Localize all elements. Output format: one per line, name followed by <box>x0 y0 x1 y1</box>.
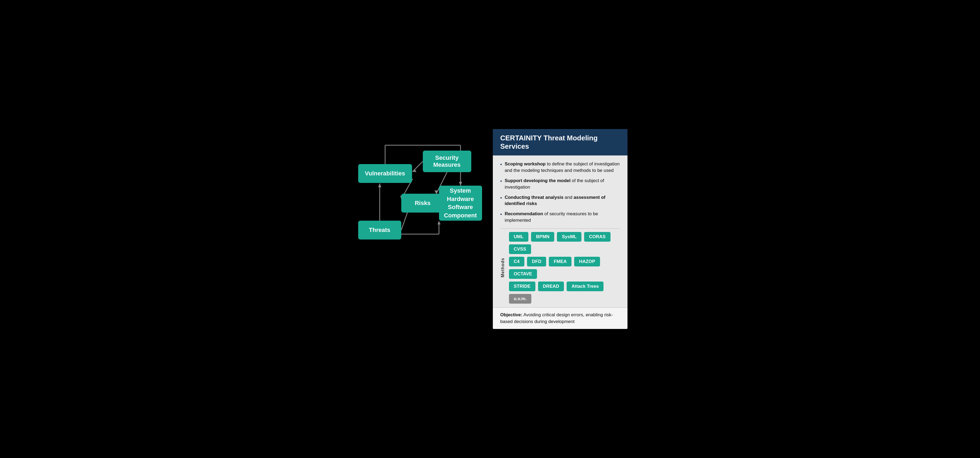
bullet-list: Scoping workshop to define the subject o… <box>500 161 620 223</box>
method-sysml: SysML <box>557 232 581 242</box>
method-uml: UML <box>509 232 529 242</box>
bullet-3: Conducting threat analysis and assessmen… <box>500 194 620 207</box>
bullet-2: Support developing the model of the subj… <box>500 177 620 190</box>
svg-marker-7 <box>434 190 438 194</box>
method-fmea: FMEA <box>549 257 571 267</box>
svg-marker-5 <box>412 169 416 172</box>
methods-section: Methods UML BPMN SysML CORAS CVSS C4 DFD… <box>500 232 620 307</box>
methods-grid: UML BPMN SysML CORAS CVSS C4 DFD FMEA HA… <box>509 232 620 304</box>
node-system: System Hardware Software Component <box>439 186 482 221</box>
method-cvss: CVSS <box>509 244 531 254</box>
method-bpmn: BPMN <box>531 232 554 242</box>
svg-line-4 <box>412 161 423 172</box>
node-vulnerabilities: Vulnerabilities <box>358 164 412 183</box>
node-security: Security Measures <box>423 151 471 172</box>
method-dfd: DFD <box>527 257 546 267</box>
divider <box>500 228 620 229</box>
method-uvm: u.v.m. <box>509 294 531 304</box>
panel-body: Scoping workshop to define the subject o… <box>493 155 627 307</box>
method-octave: OCTAVE <box>509 269 537 279</box>
bullet-4: Recommendation of security measures to b… <box>500 211 620 223</box>
methods-row-3: STRIDE DREAD Attack Trees u.v.m. <box>509 281 620 304</box>
main-container: Vulnerabilities Security Measures Risks … <box>342 118 638 340</box>
objective-section: Objective: Avoiding critical design erro… <box>493 307 627 329</box>
methods-label: Methods <box>500 258 505 278</box>
panel-header: CERTAINITY Threat Modeling Services <box>493 129 627 155</box>
svg-marker-11 <box>378 184 381 187</box>
methods-row-2: C4 DFD FMEA HAZOP OCTAVE <box>509 257 620 279</box>
node-risks: Risks <box>401 194 444 212</box>
method-stride: STRIDE <box>509 281 535 291</box>
info-panel: CERTAINITY Threat Modeling Services Scop… <box>493 129 627 329</box>
svg-marker-18 <box>438 221 441 224</box>
method-c4: C4 <box>509 257 525 267</box>
bullet-1: Scoping workshop to define the subject o… <box>500 161 620 174</box>
diagram: Vulnerabilities Security Measures Risks … <box>353 129 482 269</box>
methods-row-1: UML BPMN SysML CORAS CVSS <box>509 232 620 254</box>
node-threats: Threats <box>358 221 401 239</box>
method-hazop: HAZOP <box>574 257 600 267</box>
method-attack-trees: Attack Trees <box>566 281 603 291</box>
method-coras: CORAS <box>584 232 610 242</box>
svg-marker-3 <box>459 182 462 186</box>
method-dread: DREAD <box>538 281 564 291</box>
